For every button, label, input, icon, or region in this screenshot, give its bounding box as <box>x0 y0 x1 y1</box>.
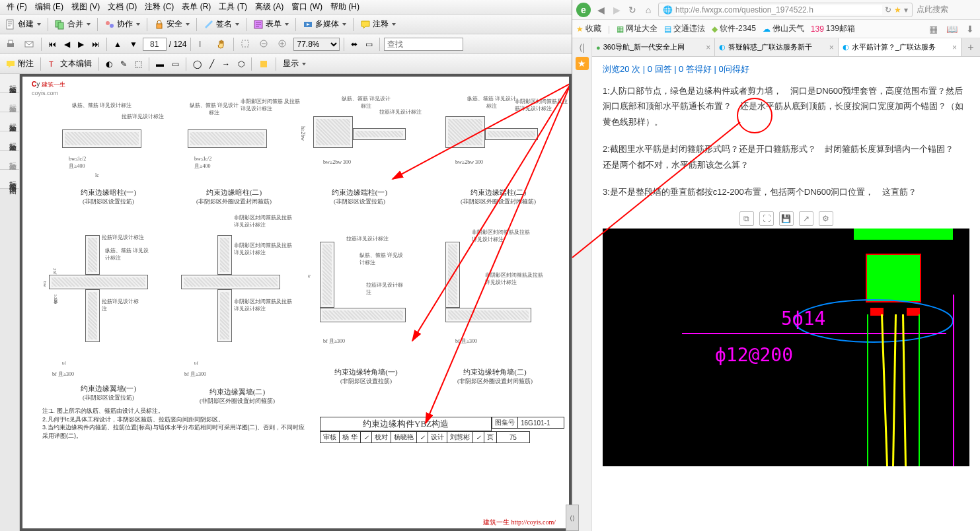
reload-icon[interactable]: ↻ <box>626 4 638 16</box>
tab-2[interactable]: ◐ 答疑解惑_广联达服务新干 × <box>715 38 838 56</box>
next-page-icon[interactable]: ▶ <box>75 38 87 50</box>
tab-1[interactable]: ● 360导航_新一代安全上网 × <box>592 38 715 56</box>
tab-close-icon[interactable]: × <box>829 43 834 52</box>
tab-close-icon[interactable]: × <box>952 43 957 52</box>
diagram-6b <box>217 235 232 275</box>
show-button[interactable]: 显示 <box>280 57 309 71</box>
marquee-zoom-icon[interactable] <box>238 38 254 51</box>
home-icon[interactable]: ⌂ <box>642 4 654 16</box>
menu-edit[interactable]: 编辑 (E) <box>35 1 63 13</box>
sign-button[interactable]: 签名 <box>201 17 242 31</box>
last-page-icon[interactable]: ⏭ <box>89 38 102 50</box>
pane-collapse-icon[interactable]: ⟨⟩ <box>566 505 579 531</box>
text-edit-button[interactable]: T文本编辑 <box>45 57 94 71</box>
menu-document[interactable]: 文档 (D) <box>108 1 137 13</box>
zoom-in-icon[interactable] <box>275 38 291 51</box>
text-select-icon[interactable]: I <box>195 38 211 51</box>
ext-icon-3[interactable]: ⬇ <box>964 23 976 35</box>
img-tool-expand-icon[interactable]: ⛶ <box>759 211 774 226</box>
browser-logo-icon[interactable]: e <box>576 3 591 17</box>
annotation: 非阴影区封闭箍筋及拉筋详见设计标注 <box>234 214 293 229</box>
first-page-icon[interactable]: ⏮ <box>46 38 59 50</box>
mail-icon[interactable] <box>21 38 37 51</box>
secure-button[interactable]: 安全 <box>151 17 192 31</box>
url-bar[interactable]: 🌐 ↻ ★ ▾ <box>658 3 913 17</box>
ext-icon-2[interactable]: 📖 <box>946 23 958 35</box>
stamp-icon[interactable] <box>256 57 272 71</box>
refresh-icon[interactable]: ↻ <box>885 5 891 15</box>
fav-item-2[interactable]: ▤交通违法 <box>664 23 705 34</box>
img-tool-settings-icon[interactable]: ⚙ <box>819 211 833 226</box>
back-icon[interactable]: ◀ <box>595 4 607 16</box>
fav-item-1[interactable]: ▦网址大全 <box>617 23 658 34</box>
side-collapse-icon[interactable]: ⟨| <box>576 41 589 54</box>
tool2-icon[interactable]: ✎ <box>118 58 130 70</box>
tab-close-icon[interactable]: × <box>706 43 710 52</box>
diagram-5b <box>85 235 100 275</box>
zoom-select[interactable]: 77.8% <box>293 38 340 51</box>
img-tool-share-icon[interactable]: ↗ <box>799 211 813 226</box>
search-hint[interactable]: 点此搜索 <box>917 4 976 15</box>
fav-item-3[interactable]: ◆软件-2345 <box>712 23 756 34</box>
tool3-icon[interactable]: ⬚ <box>132 58 145 70</box>
sidebar-tab-5[interactable]: 标准构造详图 <box>0 151 19 170</box>
up-icon[interactable]: ▲ <box>111 38 124 50</box>
menu-comment[interactable]: 注释 (C) <box>145 1 174 13</box>
dropdown-icon[interactable]: ▾ <box>904 5 908 15</box>
document-view[interactable]: Cy 建筑一生 coyis.com 纵筋、箍筋 详见设计标注 拉筋详见设计标注 … <box>20 74 572 531</box>
ext-icon-1[interactable]: ▦ <box>927 23 939 35</box>
fav-item-5[interactable]: 139139邮箱 <box>811 23 855 34</box>
comment-button[interactable]: 注释 <box>358 17 398 31</box>
menu-tools[interactable]: 工具 (T) <box>219 1 247 13</box>
create-button[interactable]: 创建 <box>3 17 44 31</box>
fit-page-icon[interactable]: ▭ <box>363 38 375 50</box>
menu-file[interactable]: 件 (F) <box>7 1 27 13</box>
url-input[interactable] <box>675 5 882 15</box>
menu-help[interactable]: 帮助 (H) <box>330 1 359 13</box>
find-input[interactable] <box>384 38 463 51</box>
tool1-icon[interactable]: ◐ <box>103 58 115 70</box>
sidebar-tab-1[interactable]: 标准构造详图 <box>0 74 19 93</box>
menu-window[interactable]: 窗口 (W) <box>291 1 322 13</box>
dim-text: 2bf <box>52 268 57 274</box>
tool5-icon[interactable]: ▭ <box>169 58 182 70</box>
img-tool-1-icon[interactable]: ⧉ <box>739 211 754 226</box>
new-tab-icon[interactable]: + <box>961 38 980 56</box>
annotation: 拉筋详见设计标注 <box>379 108 422 116</box>
fav-button[interactable]: ★收藏 <box>576 23 601 34</box>
menu-advanced[interactable]: 高级 (A) <box>255 1 283 13</box>
bookmark-icon[interactable]: ★ <box>894 5 901 15</box>
atlas-number: 16G101-1 <box>518 417 564 429</box>
fav-item-4[interactable]: ☁佛山天气 <box>763 23 804 34</box>
title-main: 约束边缘构件YBZ构造 <box>320 417 492 431</box>
tool4-icon[interactable]: ▬ <box>153 58 167 70</box>
print-icon[interactable] <box>3 38 19 51</box>
tool6-icon[interactable]: ◯ <box>190 58 204 70</box>
down-icon[interactable]: ▼ <box>127 38 140 50</box>
forward-icon[interactable]: ▶ <box>611 4 622 16</box>
tab-3[interactable]: ◐ 水平筋计算？_广联达服务 × <box>839 38 961 56</box>
zoom-out-icon[interactable] <box>256 38 272 51</box>
tool8-icon[interactable]: → <box>219 58 233 70</box>
note-button[interactable]: 附注 <box>3 57 36 71</box>
dim-text: bw <box>42 281 48 287</box>
sidebar-tab-2[interactable]: 标准构造详图 <box>0 93 19 112</box>
side-favorites-icon[interactable]: ★ <box>576 57 589 70</box>
hand-icon[interactable] <box>213 38 229 51</box>
menu-forms[interactable]: 表单 (R) <box>182 1 211 13</box>
collab-button[interactable]: 协作 <box>102 17 143 31</box>
merge-button[interactable]: 合并 <box>52 17 93 31</box>
sidebar-tab-6[interactable]: 标准构造详图 <box>0 170 19 189</box>
sidebar-tab-4[interactable]: 标准构造详图 <box>0 131 19 151</box>
tool7-icon[interactable]: ╱ <box>207 58 217 70</box>
forms-button[interactable]: 表单 <box>250 17 291 31</box>
tool9-icon[interactable]: ⬡ <box>235 58 247 70</box>
img-tool-save-icon[interactable]: 💾 <box>779 211 794 226</box>
svg-rect-9 <box>9 40 13 44</box>
sidebar-tab-3[interactable]: 标准构造详图 <box>0 112 19 131</box>
menu-view[interactable]: 视图 (V) <box>71 1 100 13</box>
multimedia-button[interactable]: 多媒体 <box>300 17 349 31</box>
fit-width-icon[interactable]: ⬌ <box>348 38 360 50</box>
prev-page-icon[interactable]: ◀ <box>61 38 73 50</box>
page-input[interactable] <box>143 38 167 51</box>
